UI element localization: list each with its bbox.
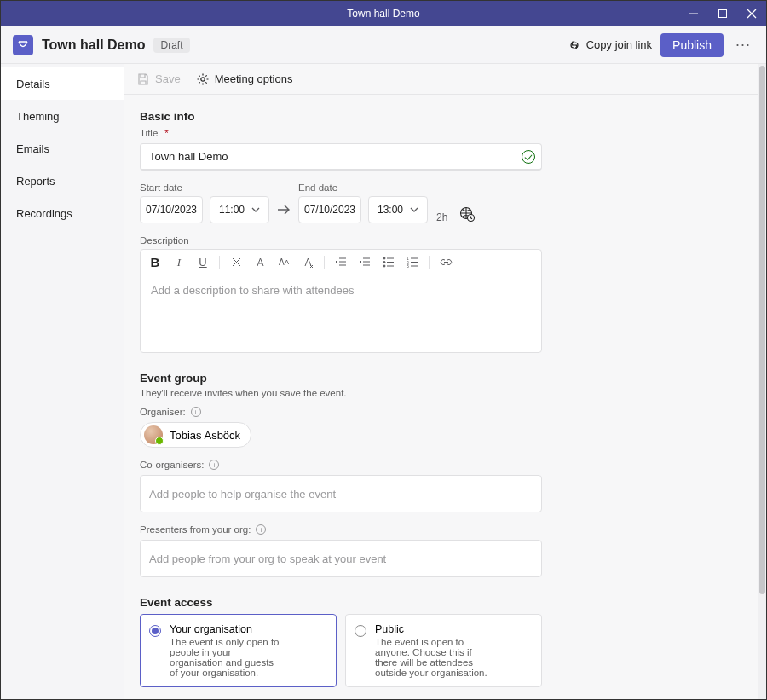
content-toolbar: Save Meeting options [124,64,758,95]
highlight-button[interactable] [228,255,244,270]
event-access-options: Your organisation The event is only open… [140,614,542,687]
svg-text:3: 3 [407,263,409,269]
save-button: Save [136,72,181,86]
chevron-down-icon [410,205,418,214]
meeting-options-button[interactable]: Meeting options [196,72,293,86]
link-button[interactable] [438,255,453,270]
italic-button[interactable]: I [171,255,187,270]
svg-point-7 [384,257,385,259]
date-row: Start date 07/10/2023 11:00 End date 07/… [140,182,743,223]
info-icon[interactable] [191,407,201,417]
start-date-input[interactable]: 07/10/2023 [140,196,203,223]
sidebar-item-theming[interactable]: Theming [1,100,124,132]
svg-point-9 [384,265,385,267]
access-opt2-title: Public [375,623,488,635]
copy-join-link-label: Copy join link [586,38,652,51]
organiser-row: Tobias Asböck [140,422,743,448]
event-app-icon [13,35,33,55]
window-titlebar: Town hall Demo [1,1,766,26]
arrow-right-icon [276,196,291,223]
avatar [144,425,163,444]
event-group-subtitle: They'll receive invites when you save th… [140,388,743,398]
bold-button[interactable]: B [147,255,163,270]
editor-toolbar: B I U AA 123 [141,250,541,275]
sidebar-item-emails[interactable]: Emails [1,132,124,165]
info-icon[interactable] [256,524,266,535]
description-editor: B I U AA 123 [140,249,542,353]
presenters-label: Presenters from your org: [140,524,743,535]
gear-icon [196,72,210,86]
copy-join-link-button[interactable]: Copy join link [568,38,652,52]
page-header: Town hall Demo Draft Copy join link Publ… [1,26,766,64]
sidebar-item-details[interactable]: Details [1,67,124,100]
content-scroll: Basic info Title* Town hall Demo Start d… [124,95,758,699]
event-group-heading: Event group [140,372,743,385]
organiser-chip[interactable]: Tobias Asböck [140,422,251,448]
indent-button[interactable] [357,255,372,270]
end-date-label: End date [298,182,361,193]
save-label: Save [155,72,181,85]
access-public-option[interactable]: Public The event is open to anyone. Choo… [345,614,542,687]
coorganisers-label: Co-organisers: [140,460,743,470]
page-title: Town hall Demo [42,38,145,53]
body: Details Theming Emails Reports Recording… [1,64,766,699]
access-opt1-title: Your organisation [170,623,283,635]
event-access-heading: Event access [140,596,743,609]
title-row: Town hall Demo [140,143,542,171]
minimize-button[interactable] [679,1,708,26]
font-size-button[interactable]: AA [276,255,291,270]
svg-point-8 [384,262,385,263]
main-area: Save Meeting options Basic info Title* T… [124,64,758,699]
sidebar-item-reports[interactable]: Reports [1,165,124,197]
clear-format-button[interactable] [300,255,315,270]
timezone-icon[interactable] [458,205,476,223]
window-controls [679,1,766,26]
access-opt2-desc: The event is open to anyone. Choose this… [375,637,488,678]
end-date-input[interactable]: 07/10/2023 [298,196,361,223]
chevron-down-icon [251,205,260,214]
bullet-list-button[interactable] [381,255,396,270]
app-window: Town hall Demo Town hall Demo Draft [0,0,767,700]
publish-button[interactable]: Publish [660,33,724,57]
underline-button[interactable]: U [195,255,210,270]
presenters-input[interactable]: Add people from your org to speak at you… [140,540,542,577]
meeting-options-label: Meeting options [215,72,293,85]
organiser-name: Tobias Asböck [170,429,240,442]
sidebar-item-recordings[interactable]: Recordings [1,197,124,229]
sidebar: Details Theming Emails Reports Recording… [1,64,124,699]
access-opt1-desc: The event is only open to people in your… [170,637,283,678]
organiser-label: Organiser: [140,407,743,417]
title-label: Title* [140,128,743,138]
title-input[interactable]: Town hall Demo [140,143,542,171]
svg-point-4 [200,77,204,80]
window-title: Town hall Demo [1,8,766,20]
description-label: Description [140,235,743,246]
link-icon [568,38,581,52]
scrollbar-track[interactable] [758,64,766,699]
number-list-button[interactable]: 123 [405,255,420,270]
more-options-button[interactable]: ··· [732,36,754,54]
basic-info-heading: Basic info [140,110,743,123]
scrollbar-thumb[interactable] [759,66,765,594]
access-your-org-option[interactable]: Your organisation The event is only open… [140,614,337,687]
info-icon[interactable] [209,460,219,470]
coorganisers-input[interactable]: Add people to help organise the event [140,475,542,512]
end-time-input[interactable]: 13:00 [368,196,428,223]
maximize-button[interactable] [708,1,737,26]
start-time-input[interactable]: 11:00 [210,196,269,223]
valid-check-icon [522,150,535,164]
outdent-button[interactable] [333,255,349,270]
status-badge: Draft [153,38,189,53]
duration-text: 2h [436,211,447,223]
radio-unselected-icon [355,625,366,637]
svg-rect-1 [719,10,727,18]
radio-selected-icon [149,625,161,637]
start-date-label: Start date [140,182,203,193]
description-textarea[interactable]: Add a description to share with attendee… [141,275,541,352]
close-button[interactable] [737,1,766,26]
font-color-button[interactable] [252,255,268,270]
